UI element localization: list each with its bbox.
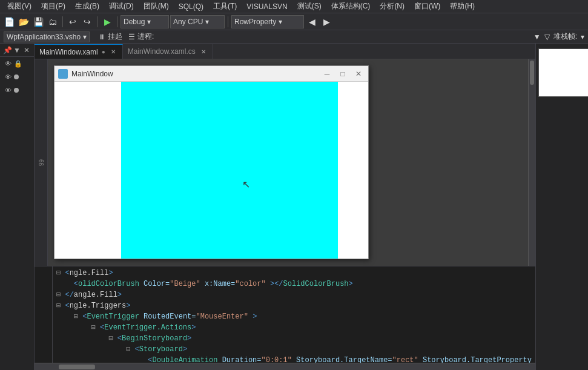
menu-analyze[interactable]: 分析(N)	[375, 0, 409, 13]
menu-bar: 视图(V) 项目(P) 生成(B) 调试(D) 团队(M) SQL(Q) 工具(…	[0, 0, 588, 13]
code-line-3: ⊟ </angle.Fill>	[56, 289, 532, 300]
pin-icon[interactable]: 📌	[2, 45, 12, 55]
wpf-canvas[interactable]: ↖	[121, 82, 338, 259]
tab-label-xaml: MainWindow.xaml	[39, 48, 98, 56]
collapse-icon-5[interactable]: ⊟	[74, 312, 78, 321]
wpf-content: ↖	[55, 82, 368, 259]
menu-view[interactable]: 视图(V)	[2, 0, 36, 13]
tab-close-cs[interactable]: ✕	[199, 47, 208, 56]
right-panel	[535, 44, 588, 370]
filter-chevron-icon: ▾	[581, 33, 584, 41]
sidebar-item-3[interactable]: 👁	[0, 84, 34, 97]
horizontal-scrollbar[interactable]	[35, 363, 535, 370]
sidebar-menu-icon[interactable]: ▼	[12, 45, 22, 55]
code-line-2: <olidColorBrush Color="Beige" x:Name="co…	[56, 279, 532, 289]
cursor-icon: ↖	[242, 179, 250, 190]
wpf-center-panel: ↖	[121, 82, 338, 259]
vertical-scrollbar[interactable]	[528, 59, 535, 266]
sidebar-item-2[interactable]: 👁	[0, 70, 34, 84]
wpf-left-panel	[55, 82, 121, 259]
collapse-icon-1[interactable]: ⊟	[56, 269, 61, 277]
project-name: WpfApplication33.vsho	[7, 33, 81, 41]
wpf-maximize-btn[interactable]: □	[337, 68, 349, 79]
left-sidebar: 📌 ▼ ✕ 👁 🔒 👁 👁	[0, 44, 35, 370]
property-chevron-icon: ▾	[279, 18, 282, 26]
code-line-4: ⊟ <ngle.Triggers>	[56, 300, 532, 311]
platform-chevron-icon: ▾	[205, 18, 209, 26]
code-editor: ⊟ <ngle.Fill> <olidColorBrush Color="Bei…	[35, 266, 535, 363]
tab-close-xaml[interactable]: ✕	[109, 48, 117, 56]
property-nav-btn[interactable]: ◀	[305, 15, 319, 28]
menu-architecture[interactable]: 体系结构(C)	[326, 0, 375, 13]
sidebar-item-1[interactable]: 👁 🔒	[0, 57, 34, 70]
property-label: RowProperty	[234, 18, 276, 26]
tab-mainwindow-xaml[interactable]: MainWindow.xaml ● ✕	[35, 44, 123, 59]
code-content[interactable]: ⊟ <ngle.Fill> <olidColorBrush Color="Bei…	[53, 266, 535, 363]
dot-icon-3	[14, 88, 19, 93]
menu-project[interactable]: 项目(P)	[36, 0, 70, 13]
thread-icon: ☰	[128, 33, 135, 41]
redo-btn[interactable]: ↪	[81, 15, 94, 28]
menu-window[interactable]: 窗口(W)	[409, 0, 445, 13]
eye-icon-1: 👁	[5, 60, 12, 67]
menu-help[interactable]: 帮助(H)	[445, 0, 480, 13]
filter-icon2: ▽	[544, 33, 550, 41]
property-nav-next-btn[interactable]: ▶	[320, 15, 333, 28]
code-line-5: ⊟ <EventTrigger RoutedEvent="MouseEnter"…	[56, 311, 532, 322]
property-dropdown[interactable]: RowProperty ▾	[231, 15, 304, 28]
line-num-2	[35, 279, 50, 289]
menu-debug[interactable]: 调试(D)	[104, 0, 139, 13]
new-file-btn[interactable]: 📄	[2, 15, 16, 28]
h-scrollbar-thumb[interactable]	[59, 365, 95, 369]
line-num-7	[35, 333, 50, 344]
main-layout: 📌 ▼ ✕ 👁 🔒 👁 👁 MainWindow.xaml ●	[0, 44, 588, 370]
menu-build[interactable]: 生成(B)	[70, 0, 104, 13]
platform-dropdown[interactable]: Any CPU ▾	[170, 15, 225, 28]
stack-frame-label: 堆栈帧:	[553, 31, 577, 42]
wpf-window-preview: MainWindow ─ □ ✕ ↖	[54, 65, 369, 259]
collapse-icon-4[interactable]: ⊟	[56, 302, 61, 310]
line-num-6	[35, 322, 50, 333]
menu-sql[interactable]: SQL(Q)	[174, 1, 208, 12]
menu-visualsvn[interactable]: VISUALSVN	[242, 1, 292, 12]
menu-tools[interactable]: 工具(T)	[208, 0, 242, 13]
config-label: Debug	[124, 18, 145, 26]
code-line-7: ⊟ <BeginStoryboard>	[56, 333, 532, 344]
toolbar-sep-2	[97, 16, 97, 27]
open-btn[interactable]: 📂	[17, 15, 30, 28]
wpf-close-btn[interactable]: ✕	[352, 68, 365, 79]
wpf-minimize-btn[interactable]: ─	[321, 68, 333, 79]
right-panel-content	[536, 44, 588, 99]
close-sidebar-icon[interactable]: ✕	[22, 45, 31, 55]
scrollbar-thumb[interactable]	[530, 61, 534, 85]
config-dropdown[interactable]: Debug ▾	[121, 15, 169, 28]
design-area: 66 MainWindow ─ □ ✕	[35, 59, 535, 266]
line-num-8	[35, 344, 50, 355]
save-btn[interactable]: 💾	[31, 15, 45, 28]
toolbar-sep-3	[117, 16, 117, 27]
config-chevron-icon: ▾	[147, 18, 151, 26]
tab-modified-xaml: ●	[102, 48, 105, 55]
project-selector[interactable]: WpfApplication33.vsho ▾	[4, 31, 90, 42]
tab-mainwindow-cs[interactable]: MainWindow.xaml.cs ✕	[123, 44, 213, 59]
lock-icon-1: 🔒	[14, 60, 22, 68]
center-content: MainWindow.xaml ● ✕ MainWindow.xaml.cs ✕…	[35, 44, 535, 370]
save-all-btn[interactable]: 🗂	[46, 15, 59, 28]
collapse-icon-7[interactable]: ⊟	[108, 334, 113, 343]
right-panel-preview	[538, 48, 588, 97]
menu-team[interactable]: 团队(M)	[139, 0, 174, 13]
wpf-title-text: MainWindow	[71, 70, 317, 78]
line-num-5	[35, 311, 50, 322]
undo-btn[interactable]: ↩	[66, 15, 79, 28]
toolbar: 📄 📂 💾 🗂 ↩ ↪ ▶ Debug ▾ Any CPU ▾ RowPrope…	[0, 13, 588, 30]
project-chevron-icon: ▾	[83, 33, 87, 41]
run-btn[interactable]: ▶	[101, 15, 114, 28]
hang-icon: ⏸	[98, 33, 105, 41]
thread-label: 进程:	[137, 31, 154, 42]
menu-test[interactable]: 测试(S)	[292, 0, 326, 13]
toolbar-sep-4	[228, 16, 228, 27]
collapse-icon-6[interactable]: ⊟	[91, 323, 96, 332]
design-canvas-wrapper[interactable]: MainWindow ─ □ ✕ ↖	[48, 59, 528, 266]
collapse-icon-3[interactable]: ⊟	[56, 291, 61, 299]
collapse-icon-8[interactable]: ⊟	[126, 345, 130, 354]
